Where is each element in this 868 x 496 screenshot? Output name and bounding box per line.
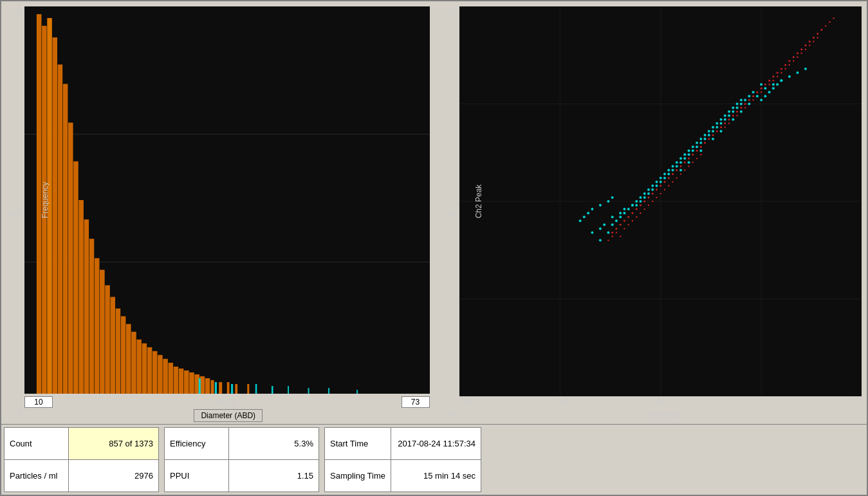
sampling-time-value: 15 min 14 sec [391,460,481,492]
svg-point-209 [663,177,666,179]
svg-rect-22 [142,344,147,394]
svg-rect-8 [68,123,73,394]
svg-point-126 [692,161,693,163]
svg-point-246 [739,111,742,113]
svg-point-102 [800,48,802,50]
main-container: 66 33.0 0 Frequency [0,0,868,496]
svg-point-190 [723,115,726,117]
svg-point-250 [771,83,774,86]
svg-point-83 [724,122,726,124]
svg-point-184 [699,138,702,140]
svg-rect-44 [272,386,273,394]
svg-point-65 [651,192,653,194]
svg-point-152 [800,53,802,54]
efficiency-label: Efficiency [165,428,229,460]
svg-point-124 [684,169,685,170]
svg-point-241 [687,161,690,163]
start-time-label: Start Time [325,428,391,460]
svg-point-221 [712,130,714,133]
svg-point-215 [687,153,690,156]
svg-rect-17 [116,309,121,394]
hist-x-min-box[interactable]: 10 [24,396,53,408]
svg-rect-27 [168,363,173,394]
svg-point-178 [675,161,678,163]
svg-rect-47 [328,388,329,394]
svg-point-76 [696,150,697,152]
svg-rect-38 [235,384,237,394]
svg-point-177 [671,165,674,167]
svg-point-149 [788,64,790,66]
start-time-value: 2017-08-24 11:57:34 [391,428,481,460]
svg-point-100 [792,56,794,58]
svg-point-168 [635,200,638,203]
svg-point-223 [719,122,722,125]
hist-y-axis: 66 33.0 0 [4,4,24,421]
svg-rect-36 [219,382,222,394]
svg-point-202 [635,204,638,207]
svg-point-194 [739,98,742,101]
scatter-x-4: 6.0 [852,398,862,409]
svg-point-151 [797,57,798,58]
svg-point-198 [611,216,613,218]
svg-point-191 [728,111,730,113]
svg-point-253 [796,71,799,74]
svg-point-145 [772,80,773,81]
svg-point-59 [627,216,629,218]
svg-point-61 [635,208,637,210]
scatter-y-title: Ch2 Peak [474,185,483,219]
svg-point-176 [667,169,670,172]
svg-rect-7 [63,84,68,394]
svg-point-169 [639,196,642,199]
svg-point-258 [771,87,774,89]
sampling-time-row: Sampling Time 15 min 14 sec [325,460,481,492]
svg-point-197 [603,223,605,226]
svg-point-133 [724,127,725,128]
svg-point-97 [780,68,782,69]
svg-point-95 [772,76,774,78]
svg-point-247 [748,103,750,106]
svg-rect-34 [205,378,210,394]
svg-point-55 [611,232,613,234]
scatter-svg [459,6,862,396]
svg-point-70 [672,173,674,175]
svg-point-203 [639,200,642,203]
svg-point-147 [780,72,782,73]
svg-rect-19 [126,324,131,394]
svg-point-226 [732,111,734,113]
sampling-time-label: Sampling Time [325,460,391,492]
efficiency-table: Efficiency 5.3% PPUI 1.15 [164,427,319,492]
svg-point-230 [748,95,750,97]
histogram-panel: 66 33.0 0 Frequency [4,4,432,421]
svg-point-75 [692,154,694,156]
svg-point-211 [671,169,674,172]
svg-point-162 [611,223,613,226]
svg-point-111 [631,220,633,221]
svg-point-165 [623,212,625,214]
svg-point-142 [760,91,761,93]
hist-x-max-box[interactable]: 73 [402,396,430,408]
svg-point-208 [659,181,661,183]
svg-point-231 [752,91,754,93]
svg-point-131 [615,232,616,233]
svg-point-110 [627,224,629,225]
svg-point-233 [578,219,581,222]
svg-point-88 [744,103,746,105]
svg-point-219 [703,138,706,140]
svg-point-218 [699,142,702,144]
svg-rect-21 [136,340,142,394]
svg-point-242 [699,149,702,152]
particles-label: Particles / ml [5,460,69,492]
svg-point-109 [623,228,625,229]
svg-point-200 [623,208,625,210]
svg-point-244 [719,130,722,133]
svg-point-195 [591,231,593,234]
svg-point-115 [647,205,649,206]
svg-point-237 [598,204,601,207]
svg-rect-23 [147,347,152,394]
svg-point-116 [652,201,653,202]
svg-rect-11 [84,219,89,394]
svg-point-58 [623,220,625,222]
svg-rect-48 [356,390,358,394]
svg-point-89 [748,99,750,101]
svg-point-157 [825,25,826,26]
